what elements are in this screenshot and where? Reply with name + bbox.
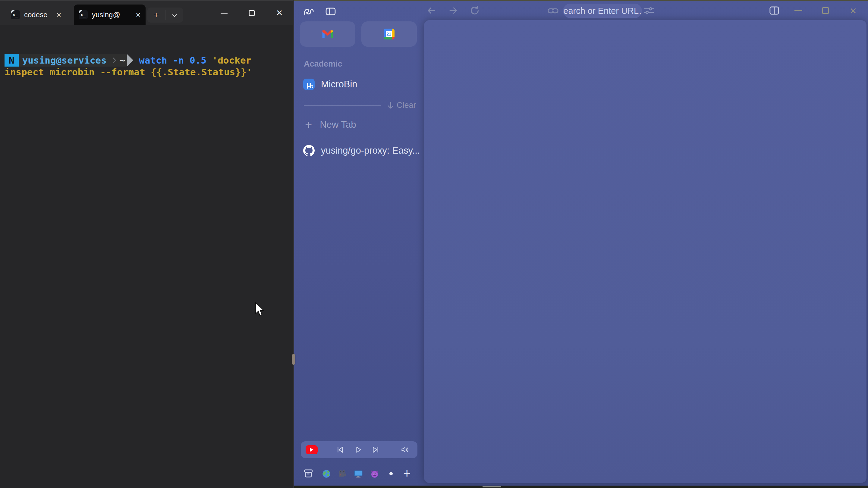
add-workspace-button[interactable]: + xyxy=(403,467,411,480)
desktop-computer-icon xyxy=(354,469,363,478)
split-view-button[interactable] xyxy=(769,6,779,15)
terminal-viewport[interactable]: Nyusing@services~ watch -n 0.5 'docker i… xyxy=(0,25,293,488)
tab-go-proxy[interactable]: yusing/go-proxy: Easy... xyxy=(303,145,420,156)
mouse-cursor xyxy=(255,302,266,317)
youtube-icon[interactable] xyxy=(306,445,318,454)
sidebar-toggle-button[interactable] xyxy=(326,7,336,15)
command-text-line2: inspect microbin --format {{.State.Statu… xyxy=(4,67,252,77)
volume-icon xyxy=(401,446,410,454)
chevron-down-icon xyxy=(173,12,177,17)
maximize-icon xyxy=(249,10,255,16)
next-track-button[interactable] xyxy=(372,446,379,454)
minimize-icon xyxy=(221,13,227,13)
shell-prompt: Nyusing@services~ watch -n 0.5 'docker xyxy=(4,54,251,67)
archive-icon xyxy=(303,468,313,479)
workspace-default-dot[interactable] xyxy=(390,472,393,475)
pinned-tab-title: MicroBin xyxy=(321,79,358,90)
link-icon xyxy=(547,6,559,15)
volume-button[interactable] xyxy=(401,446,410,454)
window-resize-handle[interactable] xyxy=(292,354,295,365)
minimize-icon xyxy=(795,10,802,11)
clear-tabs-button[interactable]: Clear xyxy=(387,101,416,110)
browser-new-tab-button[interactable]: + New Tab xyxy=(303,118,356,132)
reload-button[interactable] xyxy=(470,5,480,16)
browser-window: Search or Enter URL… ✕ xyxy=(293,0,868,488)
workspace-desktop-icon[interactable] xyxy=(354,469,363,478)
play-button[interactable] xyxy=(354,446,362,454)
essential-tab-google-calendar[interactable]: 21 xyxy=(361,22,417,47)
nushell-badge: N xyxy=(4,54,19,67)
terminal-window: >_ codese ✕ >_ yusing@ ✕ + xyxy=(0,0,293,488)
prompt-segment: yusing@services~ xyxy=(19,54,127,67)
browser-maximize-button[interactable] xyxy=(822,7,829,14)
copy-link-button[interactable] xyxy=(547,6,559,15)
close-icon: ✕ xyxy=(276,9,283,17)
zen-logo-button[interactable] xyxy=(303,6,315,17)
terminal-tab-yusing[interactable]: >_ yusing@ ✕ xyxy=(74,4,146,25)
forward-arrow-icon xyxy=(448,6,458,15)
url-placeholder: Search or Enter URL… xyxy=(563,6,642,16)
tab-dropdown-button[interactable] xyxy=(165,7,183,23)
tab-close-icon[interactable]: ✕ xyxy=(135,12,141,18)
workspace-label: Academic xyxy=(304,59,342,69)
archive-tabs-button[interactable] xyxy=(303,468,313,479)
back-button[interactable] xyxy=(426,6,436,15)
plus-icon: + xyxy=(305,119,312,131)
calendar-date: 21 xyxy=(386,32,391,36)
prompt-arrow-icon xyxy=(127,54,133,67)
forward-button[interactable] xyxy=(448,6,458,15)
maximize-button[interactable] xyxy=(238,1,266,25)
clear-label: Clear xyxy=(397,101,416,110)
terminal-window-controls: ✕ xyxy=(210,1,293,25)
sidebar-toggle-icon xyxy=(326,7,336,15)
workspace-movie-camera-icon[interactable] xyxy=(338,469,347,478)
new-tab-button[interactable]: + xyxy=(147,7,165,23)
arrow-down-icon xyxy=(387,101,394,109)
command-text-yellow: 'docker xyxy=(212,55,252,66)
reload-icon xyxy=(470,5,480,16)
play-icon xyxy=(354,446,362,454)
play-triangle xyxy=(310,448,313,452)
tab-title: codese xyxy=(24,10,47,19)
plus-icon: + xyxy=(153,10,159,20)
command-text-blue: watch -n 0.5 xyxy=(139,55,212,66)
taskbar-edge xyxy=(294,486,868,488)
essential-tab-gmail[interactable] xyxy=(300,22,355,47)
browser-minimize-button[interactable] xyxy=(795,10,802,11)
dot-icon xyxy=(390,472,393,475)
workspace-earth-globe-icon[interactable] xyxy=(322,469,331,478)
previous-icon xyxy=(336,446,344,454)
url-bar[interactable]: Search or Enter URL… xyxy=(563,4,642,18)
chevron-right-icon xyxy=(111,58,116,63)
workspace-devil-icon[interactable] xyxy=(370,469,379,478)
maximize-icon xyxy=(822,7,829,14)
split-view-icon xyxy=(769,6,779,15)
minimize-button[interactable] xyxy=(210,1,238,25)
github-icon xyxy=(303,145,315,156)
media-player xyxy=(301,441,417,458)
gmail-icon xyxy=(321,29,334,39)
google-calendar-icon: 21 xyxy=(384,29,395,39)
prompt-path: ~ xyxy=(120,55,127,66)
sliders-icon xyxy=(643,6,655,15)
devil-face-icon xyxy=(370,469,379,478)
tabs-separator xyxy=(304,105,381,106)
terminal-tab-codese[interactable]: >_ codese ✕ xyxy=(6,4,66,25)
plus-icon: + xyxy=(403,467,411,480)
close-button[interactable]: ✕ xyxy=(266,1,293,25)
browser-content-area[interactable] xyxy=(424,20,867,483)
taskbar-hint xyxy=(483,486,501,487)
earth-globe-icon xyxy=(322,469,331,478)
zen-logo-icon xyxy=(303,6,315,17)
browser-close-button[interactable]: ✕ xyxy=(849,6,857,16)
pinned-tab-microbin[interactable]: μ MicroBin xyxy=(303,78,358,90)
desktop: >_ codese ✕ >_ yusing@ ✕ + xyxy=(0,0,868,488)
page-adjust-button[interactable] xyxy=(643,6,655,15)
next-icon xyxy=(372,446,379,454)
powershell-icon: >_ xyxy=(11,10,20,19)
previous-track-button[interactable] xyxy=(336,446,344,454)
tab-title: yusing@ xyxy=(92,10,120,19)
tab-close-icon[interactable]: ✕ xyxy=(56,12,61,18)
back-arrow-icon xyxy=(426,6,436,15)
new-tab-label: New Tab xyxy=(320,119,356,130)
